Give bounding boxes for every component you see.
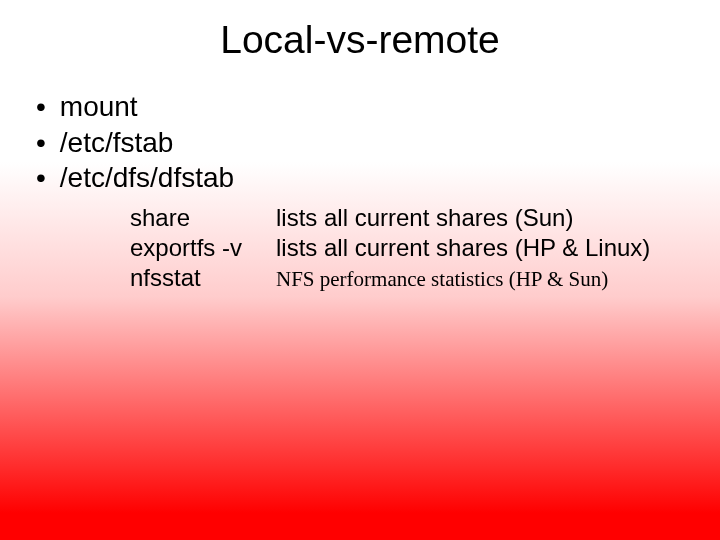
- command-row: nfsstat NFS performance statistics (HP &…: [130, 263, 690, 293]
- command-row: share lists all current shares (Sun): [130, 203, 690, 233]
- command-table: share lists all current shares (Sun) exp…: [130, 203, 690, 293]
- command-desc: NFS performance statistics (HP & Sun): [276, 266, 608, 292]
- command-name: share: [130, 203, 276, 233]
- bullet-list: mount /etc/fstab /etc/dfs/dfstab: [36, 90, 690, 195]
- command-name: nfsstat: [130, 263, 276, 293]
- bullet-item: /etc/fstab: [36, 126, 690, 160]
- command-name: exportfs -v: [130, 233, 276, 263]
- bullet-item: mount: [36, 90, 690, 124]
- bullet-item: /etc/dfs/dfstab: [36, 161, 690, 195]
- command-desc: lists all current shares (Sun): [276, 203, 573, 233]
- command-row: exportfs -v lists all current shares (HP…: [130, 233, 690, 263]
- slide: Local-vs-remote mount /etc/fstab /etc/df…: [0, 0, 720, 540]
- command-desc: lists all current shares (HP & Linux): [276, 233, 650, 263]
- slide-title: Local-vs-remote: [30, 18, 690, 62]
